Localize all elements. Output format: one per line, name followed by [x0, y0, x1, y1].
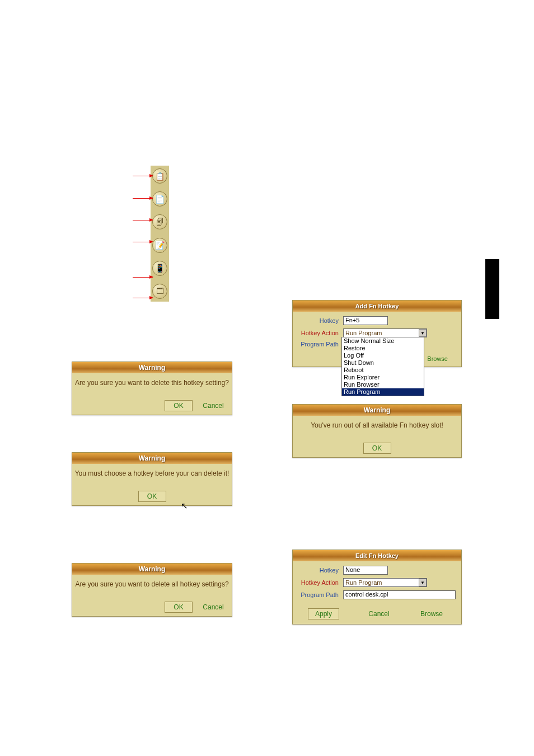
dropdown-item[interactable]: Log Off — [342, 352, 424, 359]
callout-line — [133, 176, 153, 176]
clipboard-icon[interactable]: 📋 — [152, 168, 167, 184]
ok-button[interactable]: OK — [165, 602, 193, 613]
copy-icon[interactable]: 🗐 — [152, 214, 167, 229]
warning-delete-one: Warning Are you sure you want to delete … — [72, 361, 232, 415]
dropdown-item[interactable]: Restore — [342, 345, 424, 352]
action-dropdown[interactable]: Run Program ▼ — [343, 578, 427, 587]
dialog-message: You've run out of all available Fn hotke… — [293, 416, 461, 443]
dialog-message: Are you sure you want to delete all hotk… — [72, 575, 232, 602]
ok-button[interactable]: OK — [138, 491, 166, 502]
dropdown-item[interactable]: Reboot — [342, 367, 424, 374]
dropdown-item[interactable]: Run Browser — [342, 381, 424, 388]
hotkey-input[interactable]: None — [343, 566, 388, 575]
dialog-title: Warning — [72, 362, 232, 373]
paste-icon[interactable]: 📄 — [152, 191, 167, 206]
action-dropdown-value: Run Program — [345, 579, 382, 586]
grid-icon[interactable]: 🗔 — [152, 284, 167, 299]
action-label: Hotkey Action — [298, 330, 343, 336]
ok-button[interactable]: OK — [165, 400, 193, 411]
dropdown-item-selected[interactable]: Run Program — [342, 388, 424, 396]
dialog-title: Warning — [72, 564, 232, 575]
warning-delete-all: Warning Are you sure you want to delete … — [72, 563, 232, 617]
dialog-message: Are you sure you want to delete this hot… — [72, 373, 232, 400]
hotkey-label: Hotkey — [298, 567, 343, 574]
path-label: Program Path — [298, 341, 343, 348]
dropdown-item[interactable]: Shut Down — [342, 359, 424, 367]
action-dropdown[interactable]: Run Program ▼ — [343, 328, 427, 337]
warning-choose-first: Warning You must choose a hotkey before … — [72, 452, 232, 506]
cancel-button[interactable]: Cancel — [200, 400, 226, 411]
hotkey-label: Hotkey — [298, 317, 343, 324]
dialog-title: Warning — [72, 453, 232, 464]
cancel-button[interactable]: Cancel — [200, 602, 226, 613]
dropdown-item[interactable]: Show Normal Size — [342, 337, 424, 345]
toolbar-strip: 📋 📄 🗐 📝 📱 🗔 — [151, 166, 169, 302]
dialog-title: Add Fn Hotkey — [293, 300, 461, 312]
dialog-message: You must choose a hotkey before your can… — [72, 464, 232, 491]
action-dropdown-list[interactable]: Show Normal Size Restore Log Off Shut Do… — [341, 337, 424, 396]
action-label: Hotkey Action — [298, 579, 343, 586]
device-icon[interactable]: 📱 — [152, 261, 167, 276]
browse-button[interactable]: Browse — [419, 608, 444, 619]
edit-fn-hotkey-dialog: Edit Fn Hotkey Hotkey None Hotkey Action… — [292, 550, 462, 624]
apply-button[interactable]: Apply — [308, 608, 339, 619]
section-tab — [485, 259, 499, 319]
chevron-down-icon[interactable]: ▼ — [419, 579, 427, 586]
dialog-title: Edit Fn Hotkey — [293, 550, 461, 561]
chevron-down-icon[interactable]: ▼ — [419, 329, 427, 337]
path-label: Program Path — [298, 591, 343, 598]
action-dropdown-value: Run Program — [345, 330, 382, 336]
path-input[interactable]: control desk.cpl — [343, 590, 456, 599]
warning-out-of-slots: Warning You've run out of all available … — [292, 404, 462, 458]
callout-line — [133, 220, 153, 220]
callout-line — [133, 277, 153, 278]
ok-button[interactable]: OK — [363, 443, 391, 454]
dropdown-item[interactable]: Run Explorer — [342, 374, 424, 381]
callout-line — [133, 198, 153, 199]
callout-line — [133, 298, 153, 298]
cancel-button[interactable]: Cancel — [366, 608, 392, 619]
callout-line — [133, 242, 153, 242]
hotkey-input[interactable]: Fn+5 — [343, 316, 388, 325]
dialog-title: Warning — [293, 405, 461, 416]
browse-button[interactable]: Browse — [427, 355, 448, 362]
note-icon[interactable]: 📝 — [152, 238, 167, 253]
